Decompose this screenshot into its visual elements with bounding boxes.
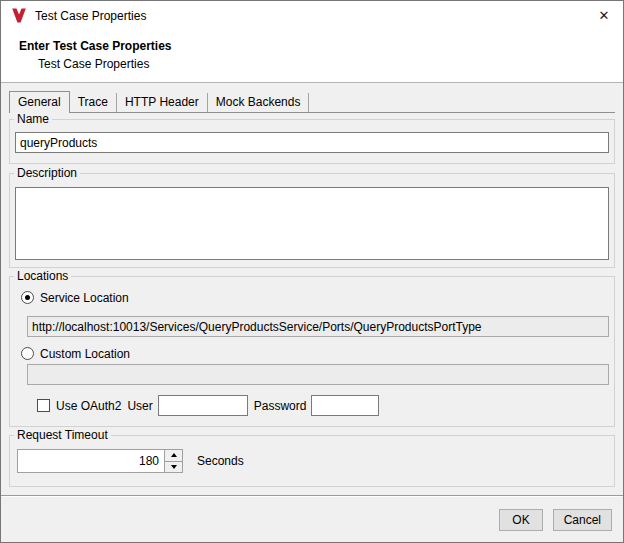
service-location-option[interactable]: Service Location [21, 290, 609, 305]
request-timeout-group: Request Timeout Seconds [9, 435, 615, 487]
close-icon[interactable]: ✕ [585, 1, 623, 30]
tab-mock-backends[interactable]: Mock Backends [208, 93, 310, 112]
tab-general[interactable]: General [9, 91, 70, 113]
service-location-url-input[interactable] [27, 316, 609, 337]
custom-location-input [27, 364, 609, 385]
description-group-label: Description [14, 166, 80, 180]
custom-location-radio[interactable] [21, 347, 34, 360]
user-input[interactable] [158, 395, 248, 416]
spin-down-button[interactable] [165, 461, 182, 473]
oauth-row: Use OAuth2 User Password [37, 395, 609, 416]
description-textarea[interactable] [15, 187, 609, 260]
custom-location-label: Custom Location [40, 347, 130, 361]
use-oauth2-checkbox[interactable] [37, 399, 50, 412]
timeout-spinner [17, 449, 183, 473]
cancel-button[interactable]: Cancel [553, 509, 612, 531]
locations-group: Locations Service Location Custom Locati… [9, 276, 615, 427]
virtualize-logo-icon [11, 8, 27, 23]
timeout-spin-row: Seconds [17, 449, 609, 473]
footer-button-bar: OK Cancel [1, 497, 623, 531]
page-title: Enter Test Case Properties [19, 37, 623, 55]
seconds-label: Seconds [197, 454, 244, 468]
arrow-up-icon [171, 453, 177, 457]
description-group: Description [9, 173, 615, 268]
test-case-properties-dialog: Test Case Properties ✕ Enter Test Case P… [0, 0, 624, 543]
window-title: Test Case Properties [35, 9, 146, 23]
tab-strip: General Trace HTTP Header Mock Backends [9, 91, 615, 113]
name-group-label: Name [14, 112, 52, 126]
tab-http-header[interactable]: HTTP Header [117, 93, 208, 112]
custom-location-option[interactable]: Custom Location [21, 346, 609, 361]
timeout-spin-buttons [164, 450, 182, 472]
locations-group-label: Locations [14, 269, 71, 283]
name-group: Name [9, 119, 615, 164]
timeout-input[interactable] [18, 450, 164, 472]
wizard-header: Enter Test Case Properties Test Case Pro… [1, 30, 623, 83]
ok-button[interactable]: OK [499, 509, 542, 531]
password-label: Password [254, 399, 307, 413]
page-subtitle: Test Case Properties [38, 55, 623, 73]
arrow-down-icon [171, 465, 177, 469]
name-input[interactable] [15, 132, 609, 153]
tab-trace[interactable]: Trace [70, 93, 117, 112]
service-location-radio[interactable] [21, 291, 34, 304]
use-oauth2-label: Use OAuth2 [56, 399, 121, 413]
service-location-label: Service Location [40, 291, 129, 305]
spin-up-button[interactable] [165, 450, 182, 461]
request-timeout-group-label: Request Timeout [14, 428, 111, 442]
password-input[interactable] [311, 395, 379, 416]
user-label: User [127, 399, 152, 413]
title-bar[interactable]: Test Case Properties ✕ [1, 1, 623, 30]
